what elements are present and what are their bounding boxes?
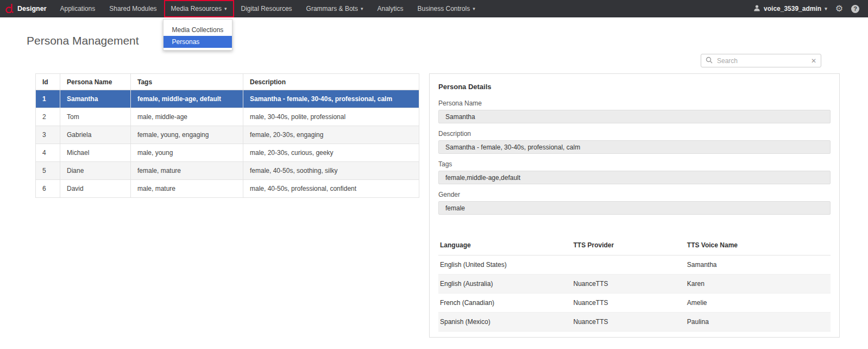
col-header-tts-provider: TTS Provider (571, 235, 685, 255)
search-box: ✕ (701, 54, 821, 67)
persona-cell-id: 4 (36, 144, 60, 162)
persona-cell-description: male, 40-50s, professional, confident (243, 180, 419, 198)
brand[interactable]: Designer (0, 3, 53, 15)
field-tags: Tags (438, 160, 831, 184)
search-icon (706, 56, 713, 66)
chevron-down-icon: ▾ (224, 6, 227, 11)
persona-cell-name: Tom (60, 108, 131, 126)
voice-cell-language: Spanish (Mexico) (438, 313, 571, 332)
persona-row[interactable]: 4Michaelmale, youngmale, 20-30s, curious… (36, 144, 419, 162)
persona-cell-name: Samantha (60, 90, 131, 108)
field-gender: Gender (438, 191, 831, 215)
persona-cell-id: 1 (36, 90, 60, 108)
nav-item-shared-modules[interactable]: Shared Modules (102, 0, 163, 17)
col-header-language: Language (438, 235, 571, 255)
persona-cell-name: Diane (60, 162, 131, 180)
nav-label: Shared Modules (109, 5, 156, 13)
voice-cell-voice: Samantha (685, 255, 831, 275)
persona-name-field[interactable] (438, 110, 831, 123)
col-header-tts-voice-name: TTS Voice Name (685, 235, 831, 255)
persona-cell-id: 3 (36, 126, 60, 144)
persona-row[interactable]: 6Davidmale, maturemale, 40-50s, professi… (36, 180, 419, 198)
field-persona-name: Persona Name (438, 99, 831, 123)
persona-cell-name: David (60, 180, 131, 198)
voice-cell-language: English (United States) (438, 255, 571, 275)
persona-cell-description: male, 30-40s, polite, professional (243, 108, 419, 126)
voice-cell-voice: Amelie (685, 294, 831, 313)
menu-item-personas[interactable]: Personas (163, 36, 232, 48)
voices-table: Language TTS Provider TTS Voice Name Eng… (438, 235, 831, 332)
page-title: Persona Management (27, 34, 139, 47)
col-header-persona-name: Persona Name (60, 74, 131, 90)
persona-cell-tags: male, young (131, 144, 243, 162)
persona-cell-tags: female, mature (131, 162, 243, 180)
nav-label: Business Controls (417, 5, 470, 13)
field-description: Description (438, 130, 831, 154)
personas-table-header-row: Id Persona Name Tags Description (36, 74, 419, 90)
nav-item-digital-resources[interactable]: Digital Resources (234, 0, 299, 17)
col-header-description: Description (243, 74, 419, 90)
nav-item-analytics[interactable]: Analytics (370, 0, 410, 17)
media-resources-dropdown: Media Collections Personas (163, 19, 232, 51)
menu-item-media-collections[interactable]: Media Collections (163, 24, 232, 36)
gender-field[interactable] (438, 201, 831, 215)
description-field[interactable] (438, 140, 831, 154)
persona-cell-description: female, 40-50s, soothing, silky (243, 162, 419, 180)
persona-cell-tags: female, young, engaging (131, 126, 243, 144)
persona-cell-name: Gabriela (60, 126, 131, 144)
persona-cell-description: Samantha - female, 30-40s, professional,… (243, 90, 419, 108)
persona-cell-name: Michael (60, 144, 131, 162)
voice-row: English (United States)Samantha (438, 255, 831, 275)
field-label-tags: Tags (438, 160, 831, 168)
persona-cell-id: 5 (36, 162, 60, 180)
persona-row[interactable]: 5Dianefemale, maturefemale, 40-50s, soot… (36, 162, 419, 180)
persona-cell-id: 6 (36, 180, 60, 198)
nav-item-business-controls[interactable]: Business Controls ▾ (410, 0, 482, 17)
chevron-down-icon: ▾ (361, 6, 363, 11)
persona-cell-tags: female, middle-age, default (131, 90, 243, 108)
field-label-gender: Gender (438, 191, 831, 198)
voice-cell-provider: NuanceTTS (571, 294, 685, 313)
top-navbar: Designer Applications Shared Modules Med… (0, 0, 868, 17)
chevron-down-icon: ▾ (825, 6, 827, 11)
nav-label: Digital Resources (241, 5, 292, 13)
username: voice_3539_admin (764, 5, 821, 13)
personas-table: Id Persona Name Tags Description 1Samant… (35, 73, 419, 198)
persona-row[interactable]: 2Tommale, middle-agemale, 30-40s, polite… (36, 108, 419, 126)
help-icon[interactable]: ? (851, 5, 859, 13)
nav-item-media-resources[interactable]: Media Resources ▾ Media Collections Pers… (164, 0, 234, 17)
voice-cell-language: French (Canadian) (438, 294, 571, 313)
search-input[interactable] (716, 57, 808, 65)
voice-cell-provider (571, 255, 685, 275)
persona-row[interactable]: 3Gabrielafemale, young, engagingfemale, … (36, 126, 419, 144)
clear-search-icon[interactable]: ✕ (811, 58, 816, 64)
user-icon (753, 4, 760, 13)
user-menu[interactable]: voice_3539_admin ▾ (753, 4, 827, 13)
settings-gear-icon[interactable]: ⚙ (835, 4, 843, 13)
voice-cell-voice: Paulina (685, 313, 831, 332)
col-header-id: Id (36, 74, 60, 90)
voices-table-body: English (United States)SamanthaEnglish (… (438, 255, 831, 332)
persona-row[interactable]: 1Samanthafemale, middle-age, defaultSama… (36, 90, 419, 108)
persona-cell-tags: male, middle-age (131, 108, 243, 126)
nav-item-applications[interactable]: Applications (53, 0, 103, 17)
persona-cell-id: 2 (36, 108, 60, 126)
chevron-down-icon: ▾ (473, 6, 475, 11)
persona-cell-description: female, 20-30s, engaging (243, 126, 419, 144)
voice-row: Spanish (Mexico)NuanceTTSPaulina (438, 313, 831, 332)
voice-cell-provider: NuanceTTS (571, 313, 685, 332)
personas-table-body: 1Samanthafemale, middle-age, defaultSama… (36, 90, 419, 198)
persona-cell-description: male, 20-30s, curious, geeky (243, 144, 419, 162)
nav-item-grammars-bots[interactable]: Grammars & Bots ▾ (299, 0, 370, 17)
voice-cell-voice: Karen (685, 275, 831, 294)
field-label-persona-name: Persona Name (438, 99, 831, 107)
nav-label: Analytics (377, 5, 403, 13)
col-header-tags: Tags (131, 74, 243, 90)
voices-table-header-row: Language TTS Provider TTS Voice Name (438, 235, 831, 255)
designer-logo-icon (5, 3, 14, 15)
voice-cell-provider: NuanceTTS (571, 275, 685, 294)
persona-details-panel: Persona Details Persona Name Description… (429, 73, 840, 338)
voice-row: English (Australia)NuanceTTSKaren (438, 275, 831, 294)
nav-label: Applications (60, 5, 96, 13)
tags-field[interactable] (438, 171, 831, 184)
